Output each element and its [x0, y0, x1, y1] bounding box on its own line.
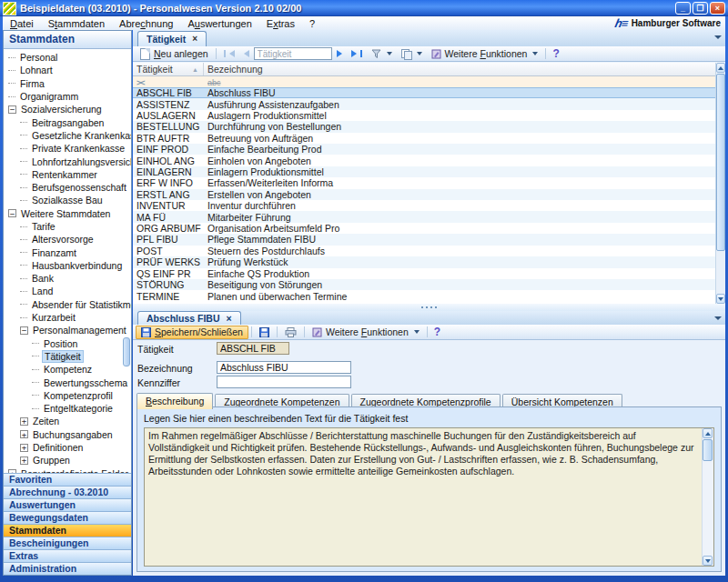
tab-taetigkeit[interactable]: Tätigkeit ×	[137, 31, 207, 46]
menu-help[interactable]: ?	[302, 18, 322, 29]
tree-item-kompetenzprofil[interactable]: Kompetenzprofil	[4, 389, 131, 402]
filter-clear-icon[interactable]: ><	[133, 78, 204, 87]
table-row[interactable]: ORG ARBUMFOrganisation Arbeitsumfeld Pro	[133, 223, 715, 234]
tree-item-kurzarbeit[interactable]: Kurzarbeit	[4, 311, 131, 324]
scroll-up-icon[interactable]	[716, 63, 725, 73]
tree-item-position[interactable]: Position	[4, 337, 131, 350]
table-row[interactable]: EINHOL ANGEinholen von Angeboten	[133, 155, 715, 166]
table-row[interactable]: ASSISTENZAusführung Assistenzaufgaben	[133, 98, 715, 109]
scroll-down-icon[interactable]	[703, 556, 713, 566]
tree-item-firma[interactable]: Firma	[4, 77, 131, 90]
last-record-button[interactable]	[347, 47, 367, 61]
minimize-button[interactable]: _	[675, 2, 691, 15]
scrollbar-thumb[interactable]	[716, 74, 725, 251]
export-button[interactable]	[397, 47, 427, 61]
table-row[interactable]: EINLAGERNEinlagern Produktionsmittel	[133, 166, 715, 177]
tab-close-icon[interactable]: ×	[227, 313, 232, 324]
collapse-icon[interactable]: −	[8, 209, 16, 217]
tree-item-land[interactable]: Land	[4, 285, 131, 297]
table-row[interactable]: STÖRUNGBeseitigung von Störungen	[133, 279, 715, 290]
tree-item-bank[interactable]: Bank	[4, 272, 131, 285]
tree-item-personal[interactable]: Personal	[4, 51, 131, 64]
tree-item-kompetenz[interactable]: Kompetenz	[4, 363, 131, 376]
more-functions-button[interactable]: Weitere Funktionen	[308, 326, 424, 339]
column-header-taetigkeit[interactable]: Tätigkeit ▲	[133, 63, 204, 75]
table-row[interactable]: MA FÜMitarbeiter Führung	[133, 211, 715, 222]
table-row[interactable]: ERF W INFOErfassen/Weiterleiten Informa	[133, 177, 715, 188]
filter-button[interactable]	[367, 47, 397, 61]
help-icon[interactable]: ?	[430, 326, 444, 338]
tree-item-gesetzliche-krankenkasse[interactable]: Gesetzliche Krankenkasse	[4, 129, 131, 142]
nav-administration[interactable]: Administration	[4, 562, 131, 575]
tree-item-definitionen[interactable]: +Definitionen	[4, 441, 131, 454]
table-row[interactable]: TERMINEPlanen und überwachen Termine	[133, 290, 715, 301]
tree-item-zeiten[interactable]: +Zeiten	[4, 415, 131, 427]
tree-item-lohnart[interactable]: Lohnart	[4, 64, 131, 76]
expand-icon[interactable]: +	[20, 444, 28, 452]
field-taetigkeit[interactable]	[217, 342, 289, 355]
tree-item-sozialkasse-bau[interactable]: Sozialkasse Bau	[4, 194, 131, 206]
table-row[interactable]: POSTSteuern des Postdurchlaufs	[133, 246, 715, 256]
tree-item-benutzerdefinierte-felder[interactable]: +Benutzerdefinierte Felder	[4, 467, 131, 474]
field-bezeichnung[interactable]	[217, 361, 351, 374]
tree-scrollbar-thumb[interactable]	[123, 337, 130, 366]
expand-icon[interactable]: +	[8, 469, 16, 473]
new-button[interactable]: Neu anlegen	[136, 47, 213, 61]
previous-record-button[interactable]	[239, 47, 254, 61]
search-input[interactable]	[254, 47, 332, 60]
first-record-button[interactable]	[219, 47, 239, 61]
tree-item-buchungsangaben[interactable]: +Buchungsangaben	[4, 428, 131, 441]
tree-item-personalmanagement[interactable]: −Personalmanagement	[4, 324, 131, 336]
tree-item-tarife[interactable]: Tarife	[4, 220, 131, 233]
tree-item-altersvorsorge[interactable]: Altersvorsorge	[4, 233, 131, 246]
scrollbar-thumb[interactable]	[703, 439, 713, 461]
table-row[interactable]: EINF PRODEinfache Bearbeitung Prod	[133, 144, 715, 155]
table-row[interactable]: AUSLAGERNAuslagern Produktionsmittel	[133, 110, 715, 121]
more-functions-button[interactable]: Weitere Funktionen	[427, 47, 543, 61]
table-row[interactable]: ERSTL ANGErstellen von Angeboten	[133, 189, 715, 200]
textarea-scrollbar[interactable]	[702, 428, 713, 566]
table-row[interactable]: BESTELLUNGDurchführung von Bestellungen	[133, 121, 715, 132]
tab-beschreibung[interactable]: Beschreibung	[136, 393, 213, 409]
tree-item-sozialversicherung[interactable]: −Sozialversicherung	[4, 103, 131, 115]
table-scrollbar[interactable]	[715, 63, 725, 304]
expand-icon[interactable]: +	[20, 457, 28, 465]
save-close-button[interactable]: Speichern/Schließen	[136, 326, 248, 339]
table-row[interactable]: ABSCHL FIBAbschluss FIBU	[133, 87, 715, 98]
scroll-down-icon[interactable]	[716, 294, 725, 304]
tab-overflow-icon[interactable]	[714, 35, 722, 39]
tree-item-weitere-stammdaten[interactable]: −Weitere Stammdaten	[4, 207, 131, 220]
nav-auswertungen[interactable]: Auswertungen	[4, 498, 131, 511]
menu-datei[interactable]: Datei	[3, 18, 41, 29]
description-textarea[interactable]: Im Rahmen regelmäßiger Abschlüsse / Beri…	[144, 427, 714, 567]
nav-bewegungsdaten[interactable]: Bewegungsdaten	[4, 511, 131, 524]
save-button[interactable]	[255, 326, 274, 339]
tab-abschluss-fibu[interactable]: Abschluss FIBU ×	[137, 311, 241, 325]
table-row[interactable]: QS EINF PREinfache QS Produktion	[133, 268, 715, 279]
column-header-bezeichnung[interactable]: Bezeichnung	[204, 63, 715, 75]
filter-text-icon[interactable]: abc	[204, 78, 715, 87]
menu-stammdaten[interactable]: Stammdaten	[41, 18, 112, 29]
expand-icon[interactable]: +	[20, 417, 28, 426]
nav-bescheinigungen[interactable]: Bescheinigungen	[4, 537, 131, 549]
collapse-icon[interactable]: −	[8, 105, 16, 114]
tab-close-icon[interactable]: ×	[192, 35, 197, 44]
splitter-handle[interactable]	[133, 304, 725, 311]
tree-item-rentenkammer[interactable]: Rentenkammer	[4, 168, 131, 181]
tree-item-private-krankenkasse[interactable]: Private Krankenkasse	[4, 142, 131, 155]
nav-abrechnung-03-2010[interactable]: Abrechnung - 03.2010	[4, 486, 131, 498]
menu-abrechnung[interactable]: Abrechnung	[112, 18, 180, 29]
tree-item-organigramm[interactable]: Organigramm	[4, 90, 131, 103]
tree-item-berufsgenossenschaft[interactable]: Berufsgenossenschaft	[4, 181, 131, 194]
nav-favoriten[interactable]: Favoriten	[4, 473, 131, 486]
menu-extras[interactable]: Extras	[259, 18, 302, 29]
tree-item-absender-fuer-statistikmeldungen[interactable]: Absender für Statistikmeldungen	[4, 298, 131, 311]
table-row[interactable]: INVENTURInventur durchführen	[133, 200, 715, 211]
tree-item-hausbankverbindung[interactable]: Hausbankverbindung	[4, 259, 131, 272]
maximize-button[interactable]: ❐	[693, 2, 708, 15]
tree-item-beitragsangaben[interactable]: Beitragsangaben	[4, 115, 131, 128]
tree-item-bewertungsschema[interactable]: Bewertungsschema	[4, 376, 131, 388]
table-row[interactable]: PFL FIBUPflege Stammdaten FIBU	[133, 234, 715, 245]
menu-auswertungen[interactable]: Auswertungen	[180, 18, 258, 29]
collapse-icon[interactable]: −	[20, 326, 28, 335]
